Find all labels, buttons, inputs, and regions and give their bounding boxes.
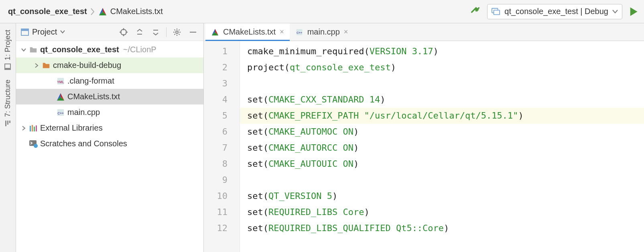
svg-rect-33 — [34, 127, 35, 131]
main: 1: Project 7: Structure Project — [0, 23, 644, 252]
code-line: set(CMAKE_AUTOMOC ON) — [240, 124, 644, 140]
project-view-label: Project — [32, 27, 57, 37]
line-number: 1 — [204, 43, 240, 59]
line-number: 3 — [204, 76, 240, 92]
tree-file-clang-format[interactable]: .clang-format — [16, 73, 203, 89]
project-view-selector[interactable]: Project — [21, 27, 65, 37]
folder-icon — [41, 61, 51, 70]
breadcrumb-project[interactable]: qt_console_exe_test — [8, 7, 87, 16]
code-line: set(CMAKE_AUTOUIC ON) — [240, 156, 644, 172]
tree-item-label: Scratches and Consoles — [40, 139, 127, 148]
chevron-right-icon — [90, 8, 95, 16]
code-line: set(QT_VERSION 5) — [240, 188, 644, 204]
svg-line-27 — [179, 34, 179, 35]
tool-tab-structure[interactable]: 7: Structure — [4, 75, 12, 131]
svg-rect-8 — [494, 10, 500, 14]
svg-rect-13 — [6, 121, 7, 126]
svg-line-26 — [175, 29, 175, 30]
svg-line-28 — [175, 34, 175, 35]
code-line: set(REQUIRED_LIBS Core) — [240, 204, 644, 220]
line-number: 6 — [204, 124, 240, 140]
gear-icon[interactable] — [171, 27, 183, 38]
cpp-file-icon — [295, 28, 303, 36]
close-icon[interactable]: × — [344, 28, 348, 36]
project-panel-header: Project — [16, 23, 203, 41]
breadcrumb-file-label: CMakeLists.txt — [110, 7, 163, 16]
tree-root-path: ~/CLionP — [123, 45, 156, 54]
code-content[interactable]: cmake_minimum_required(VERSION 3.17) pro… — [240, 41, 644, 252]
expand-all-icon[interactable] — [134, 27, 145, 38]
window-stack-icon — [492, 8, 500, 16]
close-icon[interactable]: × — [280, 28, 284, 36]
project-window-icon — [5, 64, 11, 70]
collapse-all-icon[interactable] — [150, 27, 161, 38]
chevron-right-icon — [19, 126, 28, 131]
yml-file-icon — [55, 77, 66, 86]
tree-item-label: CMakeLists.txt — [67, 92, 120, 101]
svg-rect-10 — [5, 68, 11, 70]
project-tree: qt_console_exe_test ~/CLionP cmake-build… — [16, 41, 203, 152]
tree-file-cmakelists[interactable]: CMakeLists.txt — [16, 89, 203, 104]
code-line: project(qt_console_exe_test) — [240, 59, 644, 76]
tool-tab-project-label: 1: Project — [4, 30, 12, 60]
cmake-icon — [211, 28, 219, 36]
svg-point-16 — [121, 29, 126, 35]
tree-root[interactable]: qt_console_exe_test ~/CLionP — [16, 42, 203, 57]
divider — [166, 27, 167, 37]
run-config-label: qt_console_exe_test | Debug — [504, 7, 608, 16]
code-line: set(REQUIRED_LIBS_QUALIFIED Qt5::Core) — [240, 220, 644, 236]
code-line — [240, 172, 644, 188]
svg-rect-12 — [8, 121, 9, 125]
cpp-file-icon — [55, 108, 66, 117]
svg-line-29 — [179, 29, 179, 30]
tab-main-cpp[interactable]: main.cpp × — [290, 23, 354, 41]
svg-rect-30 — [190, 32, 196, 33]
library-bars-icon — [28, 124, 39, 132]
left-toolstrip: 1: Project 7: Structure — [0, 23, 16, 252]
svg-rect-31 — [30, 126, 31, 131]
svg-point-21 — [176, 31, 178, 33]
tool-tab-project[interactable]: 1: Project — [4, 25, 12, 75]
code-area: 1 2 3 4 5 6 7 8 9 10 11 12 cmake_minimum… — [204, 41, 644, 252]
chevron-down-icon — [19, 47, 28, 52]
svg-rect-11 — [10, 121, 11, 123]
breadcrumb-file[interactable]: CMakeLists.txt — [98, 7, 163, 16]
svg-point-36 — [34, 144, 38, 148]
cmake-icon — [55, 92, 66, 101]
tree-external-libraries[interactable]: External Libraries — [16, 120, 203, 136]
build-hammer-icon[interactable] — [469, 6, 481, 17]
line-number: 9 — [204, 172, 240, 188]
topbar-actions: qt_console_exe_test | Debug — [469, 4, 638, 19]
tree-root-label: qt_console_exe_test — [40, 45, 119, 54]
tab-label: CMakeLists.txt — [223, 27, 276, 37]
run-config-dropdown[interactable]: qt_console_exe_test | Debug — [487, 4, 622, 19]
line-number: 4 — [204, 92, 240, 108]
project-panel: Project — [16, 23, 204, 252]
tree-item-label: cmake-build-debug — [53, 61, 121, 70]
run-play-icon[interactable] — [629, 6, 638, 17]
tool-tab-structure-label: 7: Structure — [4, 80, 12, 117]
tree-item-label: main.cpp — [67, 108, 100, 117]
breadcrumb: qt_console_exe_test CMakeLists.txt — [8, 7, 465, 16]
line-number-gutter: 1 2 3 4 5 6 7 8 9 10 11 12 — [204, 41, 240, 252]
tree-scratches[interactable]: Scratches and Consoles — [16, 136, 203, 152]
line-number: 12 — [204, 220, 240, 236]
code-line: set(CMAKE_PREFIX_PATH "/usr/local/Cellar… — [240, 108, 644, 124]
breadcrumb-project-label: qt_console_exe_test — [8, 7, 87, 16]
hide-panel-icon[interactable] — [187, 27, 199, 38]
line-number: 8 — [204, 156, 240, 172]
chevron-right-icon — [32, 63, 41, 68]
folder-icon — [28, 45, 39, 54]
tree-item-label: .clang-format — [67, 76, 114, 86]
tree-folder-cmake-build-debug[interactable]: cmake-build-debug — [16, 57, 203, 73]
tab-cmakelists[interactable]: CMakeLists.txt × — [205, 23, 290, 41]
target-icon[interactable] — [118, 27, 129, 38]
editor-tabs: CMakeLists.txt × main.cpp × — [204, 23, 644, 41]
chevron-down-icon — [60, 30, 65, 34]
tree-file-main-cpp[interactable]: main.cpp — [16, 104, 203, 120]
code-line: set(CMAKE_CXX_STANDARD 14) — [240, 92, 644, 108]
cmake-icon — [98, 7, 107, 16]
topbar: qt_console_exe_test CMakeLists.txt qt_co… — [0, 0, 644, 23]
code-line: cmake_minimum_required(VERSION 3.17) — [240, 43, 644, 59]
code-line — [240, 76, 644, 92]
